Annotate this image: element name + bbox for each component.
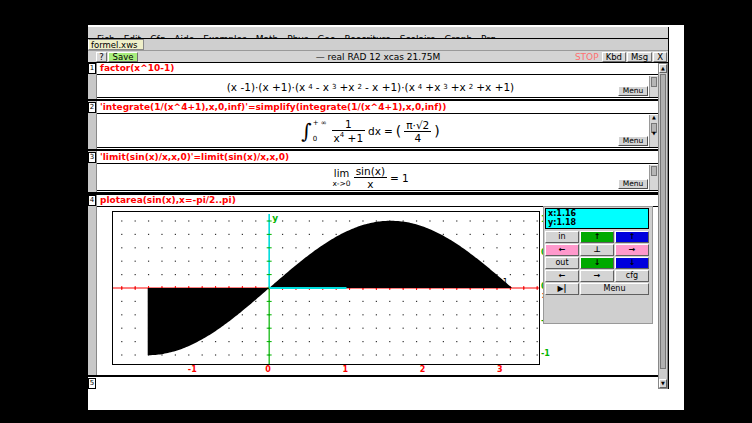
grid-dot [362, 220, 363, 221]
curve-end-label: 1 [503, 278, 508, 287]
plot-canvas[interactable]: y1 [112, 211, 540, 365]
command-input-2[interactable]: 'integrate(1/(x^4+1),x,0,inf)'=simplify(… [97, 102, 658, 114]
grid-dot [135, 328, 136, 329]
grid-dot [148, 234, 149, 235]
grid-dot [295, 301, 296, 302]
plot-button-out[interactable]: out [545, 257, 579, 269]
grid-dot [537, 354, 538, 355]
grid-dot [242, 234, 243, 235]
grid-dot [242, 328, 243, 329]
entry-number-5[interactable]: 5 [88, 378, 96, 389]
grid-dot [537, 247, 538, 248]
grid-dot [135, 247, 136, 248]
answer-scrollbar-3[interactable] [649, 165, 658, 190]
entry-number-3[interactable]: 3 [88, 152, 96, 163]
grid-dot [148, 274, 149, 275]
grid-dot [496, 220, 497, 221]
grid-dot [389, 354, 390, 355]
command-input-3[interactable]: 'limit(sin(x)/x,x,0)'=limit(sin(x)/x,x,0… [97, 152, 658, 164]
grid-dot [349, 301, 350, 302]
plot-button-down[interactable]: ↓ [580, 257, 614, 269]
grid-dot [483, 314, 484, 315]
grid-dot [470, 247, 471, 248]
session-scrollbar[interactable]: ▲ ▼ [658, 63, 668, 389]
grid-dot [523, 261, 524, 262]
status-bar: ? Save — real RAD 12 xcas 21.75M STOP Kb… [88, 51, 668, 63]
grid-dot [202, 341, 203, 342]
grid-dot [295, 247, 296, 248]
grid-dot [510, 261, 511, 262]
grid-dot [443, 354, 444, 355]
scroll-down-icon[interactable]: ▼ [659, 379, 667, 388]
grid-dot [161, 261, 162, 262]
plot-button-left[interactable]: ← [545, 270, 579, 282]
level-separator[interactable] [88, 99, 658, 101]
grid-dot [483, 234, 484, 235]
grid-dot [523, 301, 524, 302]
grid-dot [121, 301, 122, 302]
entry-number-2[interactable]: 2 [88, 102, 96, 113]
close-session-button[interactable]: X [653, 52, 667, 62]
grid-dot [336, 341, 337, 342]
grid-dot [537, 328, 538, 329]
grid-dot [429, 314, 430, 315]
grid-dot [295, 341, 296, 342]
grid-dot [523, 247, 524, 248]
entry-number-1[interactable]: 1 [88, 63, 96, 74]
msg-button[interactable]: Msg [627, 52, 652, 62]
cursor-y-value: y:1.18 [548, 218, 648, 227]
plot-button-down[interactable]: ↓ [615, 257, 649, 269]
grid-dot [295, 354, 296, 355]
grid-dot [255, 301, 256, 302]
grid-dot [496, 354, 497, 355]
stop-button[interactable]: STOP [573, 52, 601, 62]
grid-dot [175, 354, 176, 355]
grid-dot [188, 261, 189, 262]
grid-dot [456, 328, 457, 329]
grid-dot [135, 341, 136, 342]
plot-button-axes[interactable]: ⊥ [580, 244, 614, 256]
answer-menu-button-3[interactable]: Menu [618, 179, 648, 189]
level-separator[interactable] [88, 149, 658, 151]
plot-button-menu[interactable]: Menu [580, 283, 649, 295]
plot-button-in[interactable]: in [545, 231, 579, 243]
grid-dot [336, 220, 337, 221]
grid-dot [121, 247, 122, 248]
grid-dot [202, 274, 203, 275]
answer-scrollbar-2[interactable]: ▲▼ [649, 115, 658, 147]
grid-dot [148, 247, 149, 248]
grid-dot [161, 220, 162, 221]
scroll-up-icon[interactable]: ▲ [659, 64, 667, 73]
grid-dot [523, 274, 524, 275]
plot-button-left[interactable]: ← [545, 244, 579, 256]
grid-dot [416, 314, 417, 315]
grid-dot [376, 220, 377, 221]
plot-button-right[interactable]: → [580, 270, 614, 282]
grid-dot [523, 234, 524, 235]
answer-menu-button-1[interactable]: Menu [618, 86, 648, 96]
panel-row: out↓↓ [545, 257, 649, 269]
grid-dot [429, 220, 430, 221]
grid-dot [242, 220, 243, 221]
plot-button-up[interactable]: ↑ [615, 231, 649, 243]
plot-button-next[interactable]: ▶| [545, 283, 579, 295]
grid-dot [228, 274, 229, 275]
grid-dot [483, 354, 484, 355]
tab-formel-xws[interactable]: formel.xws [88, 39, 144, 50]
grid-dot [242, 247, 243, 248]
plot-button-cfg[interactable]: cfg [615, 270, 649, 282]
grid-dot [470, 301, 471, 302]
grid-dot [537, 234, 538, 235]
plot-button-right[interactable]: → [615, 244, 649, 256]
level-separator[interactable] [88, 375, 668, 377]
grid-dot [242, 341, 243, 342]
kbd-button[interactable]: Kbd [602, 52, 626, 62]
plot-control-panel: x:1.16 y:1.18 in↑↑←⊥→out↓↓←→cfg▶|Menu [543, 206, 653, 324]
answer-scrollbar-1[interactable] [649, 76, 658, 97]
command-input-1[interactable]: factor(x^10-1) [97, 63, 658, 75]
scrollbar-thumb[interactable] [660, 74, 666, 369]
entry-number-4[interactable]: 4 [88, 195, 96, 206]
answer-menu-button-2[interactable]: Menu [618, 136, 648, 146]
grid-dot [255, 234, 256, 235]
plot-button-up[interactable]: ↑ [580, 231, 614, 243]
